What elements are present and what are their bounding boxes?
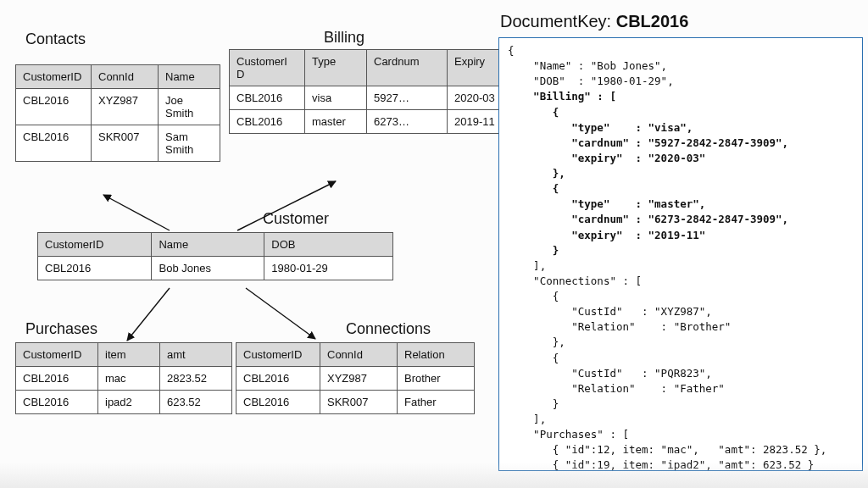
table-header: Name: [159, 65, 220, 89]
table-cell: CBL2016: [16, 367, 98, 391]
arrow-customer-to-purchases: [127, 288, 170, 341]
connections-table: CustomerIDConnIdRelationCBL2016XYZ987Bro…: [236, 342, 475, 414]
purchases-table: CustomerIDitemamtCBL2016mac2823.52CBL201…: [15, 342, 232, 414]
table-header: Name: [152, 233, 264, 257]
document-key-value: CBL2016: [616, 12, 689, 30]
table-cell: mac: [98, 367, 160, 391]
json-line: }: [508, 243, 854, 258]
table-cell: 1980-01-29: [264, 257, 393, 280]
json-line: },: [508, 335, 854, 350]
table-cell: CBL2016: [236, 367, 320, 391]
table-header: CustomerID: [38, 233, 152, 257]
json-line: "cardnum" : "5927-2842-2847-3909",: [508, 136, 854, 151]
json-line: "Relation" : "Father": [508, 381, 854, 396]
document-key-label: DocumentKey:: [500, 12, 616, 30]
table-header: Cardnum: [367, 50, 448, 86]
json-line: ],: [508, 258, 854, 274]
json-line: { "id":12, item: "mac", "amt": 2823.52 }…: [508, 442, 854, 458]
contacts-table: CustomerIDConnIdNameCBL2016XYZ987Joe Smi…: [15, 64, 220, 162]
table-cell: visa: [305, 86, 367, 110]
table-cell: 6273…: [367, 110, 448, 134]
table-row: CBL2016XYZ987Joe Smith: [16, 89, 220, 125]
table-cell: SKR007: [320, 391, 398, 414]
json-line: {: [508, 289, 854, 304]
json-line: "Purchases" : [: [508, 427, 854, 442]
json-line: "CustId" : "PQR823",: [508, 366, 854, 381]
json-line: "CustId" : "XYZ987",: [508, 304, 854, 319]
json-line: "type" : "visa",: [508, 120, 854, 136]
table-row: CBL2016Bob Jones1980-01-29: [38, 257, 393, 280]
purchases-heading: Purchases: [25, 320, 97, 338]
table-row: CBL2016SKR007Father: [236, 391, 475, 414]
table-header: Relation: [398, 343, 475, 367]
json-line: "DOB" : "1980-01-29",: [508, 74, 854, 89]
json-line: "Name" : "Bob Jones",: [508, 58, 854, 74]
json-document-box: { "Name" : "Bob Jones", "DOB" : "1980-01…: [498, 37, 863, 471]
table-cell: 2823.52: [160, 367, 232, 391]
table-header: CustomerID: [16, 343, 98, 367]
table-cell: 5927…: [367, 86, 448, 110]
table-header: CustomerID: [236, 343, 320, 367]
table-cell: CBL2016: [16, 125, 92, 162]
json-line: ],: [508, 412, 854, 427]
connections-heading: Connections: [346, 320, 431, 338]
json-line: "Relation" : "Brother": [508, 319, 854, 335]
customer-heading: Customer: [263, 210, 329, 228]
table-cell: ipad2: [98, 391, 160, 414]
json-line: }: [508, 396, 854, 412]
table-row: CBL2016mac2823.52: [16, 367, 232, 391]
billing-heading: Billing: [324, 29, 364, 47]
table-row: CBL2016ipad2623.52: [16, 391, 232, 414]
json-line: },: [508, 166, 854, 181]
table-header: ConnId: [320, 343, 398, 367]
json-line: {: [508, 105, 854, 120]
json-line: "type" : "master",: [508, 197, 854, 212]
json-line: "Connections" : [: [508, 274, 854, 289]
bottom-fade: [0, 463, 868, 488]
table-cell: XYZ987: [92, 89, 159, 125]
document-key-heading: DocumentKey: CBL2016: [500, 12, 688, 31]
table-cell: CBL2016: [38, 257, 152, 280]
customer-table: CustomerIDNameDOBCBL2016Bob Jones1980-01…: [37, 232, 393, 280]
table-cell: Brother: [398, 367, 475, 391]
table-header: DOB: [264, 233, 393, 257]
json-line: "expiry" : "2019-11": [508, 228, 854, 243]
json-line: {: [508, 43, 854, 58]
table-cell: 623.52: [160, 391, 232, 414]
billing-table: CustomerI DTypeCardnumExpiryCBL2016visa5…: [229, 49, 515, 134]
table-header: CustomerI D: [230, 50, 305, 86]
table-header: Type: [305, 50, 367, 86]
table-row: CBL2016XYZ987Brother: [236, 367, 475, 391]
table-cell: CBL2016: [16, 89, 92, 125]
table-cell: Joe Smith: [159, 89, 220, 125]
arrow-customer-to-contacts: [103, 195, 170, 230]
arrow-customer-to-connections: [246, 288, 315, 339]
table-header: item: [98, 343, 160, 367]
json-line: "cardnum" : "6273-2842-2847-3909",: [508, 212, 854, 227]
table-cell: CBL2016: [16, 391, 98, 414]
table-header: ConnId: [92, 65, 159, 89]
table-row: CBL2016SKR007Sam Smith: [16, 125, 220, 162]
table-header: amt: [160, 343, 232, 367]
table-cell: Father: [398, 391, 475, 414]
table-row: CBL2016master6273…2019-11: [230, 110, 515, 134]
table-cell: CBL2016: [230, 86, 305, 110]
table-cell: CBL2016: [230, 110, 305, 134]
table-row: CBL2016visa5927…2020-03: [230, 86, 515, 110]
table-cell: Sam Smith: [159, 125, 220, 162]
json-line: "expiry" : "2020-03": [508, 151, 854, 166]
contacts-heading: Contacts: [25, 30, 86, 48]
table-cell: SKR007: [92, 125, 159, 162]
json-line: "Billing" : [: [508, 89, 854, 104]
table-cell: XYZ987: [320, 367, 398, 391]
json-line: {: [508, 181, 854, 197]
json-line: {: [508, 351, 854, 366]
table-cell: CBL2016: [236, 391, 320, 414]
table-cell: Bob Jones: [152, 257, 264, 280]
table-cell: master: [305, 110, 367, 134]
diagram-stage: Contacts Billing Customer Purchases Conn…: [0, 0, 868, 488]
table-header: CustomerID: [16, 65, 92, 89]
